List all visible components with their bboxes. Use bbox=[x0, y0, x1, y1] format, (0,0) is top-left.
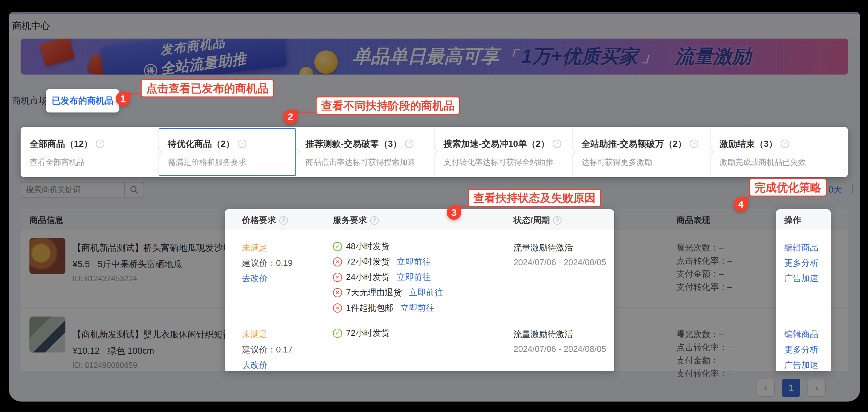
cross-circle-icon: × bbox=[333, 273, 342, 282]
cross-circle-icon: × bbox=[333, 288, 342, 297]
chevron-right-icon bbox=[569, 148, 576, 156]
stage-card-desc: 商品点击率达标可获得搜索加速 bbox=[306, 157, 415, 167]
stage-card-title: 全部商品（12） bbox=[30, 138, 93, 150]
price-status: 未满足 bbox=[242, 242, 268, 253]
tour-step-badge-1: 1 bbox=[116, 92, 130, 106]
tour-step-label-2: 查看不同扶持阶段的商机品 bbox=[316, 96, 460, 115]
suggested-price: 建议价：0.19 bbox=[242, 257, 293, 269]
incentive-status: 流量激励待激活 bbox=[514, 328, 573, 340]
stage-card-ended[interactable]: 激励结束（3）? 激励完成或商机品已失效 bbox=[719, 138, 806, 167]
screenshot-stage: 商机中心 发布商机品 得 全站流量助推 单品单日最高可享 「 1万+优质买家 」… bbox=[0, 0, 868, 412]
service-item: ✓ 72小时发货 bbox=[333, 327, 390, 339]
action-panel: 操作 编辑商品 更多分析 广告加速 编辑商品 更多分析 广告加速 bbox=[776, 209, 831, 371]
tour-step-badge-4: 4 bbox=[734, 197, 748, 212]
help-icon[interactable]: ? bbox=[370, 216, 379, 225]
service-item: ✓ 48小时发货 bbox=[333, 241, 390, 252]
stage-card-to-optimize[interactable]: 待优化商品（2）? 需满足价格和服务要求 bbox=[168, 138, 246, 167]
edit-product-link[interactable]: 编辑商品 bbox=[784, 328, 818, 340]
tour-step-label-3: 查看扶持状态及失败原因 bbox=[468, 189, 601, 207]
check-circle-icon: ✓ bbox=[333, 328, 342, 338]
incentive-status: 流量激励待激活 bbox=[514, 242, 573, 253]
edit-product-link[interactable]: 编辑商品 bbox=[784, 242, 818, 253]
service-item: × 24小时发货 立即前往 bbox=[333, 272, 431, 283]
tour-step-badge-3: 3 bbox=[447, 205, 461, 220]
stage-card-title: 推荐测款-交易破零（3） bbox=[306, 138, 402, 150]
col-header-action: 操作 bbox=[784, 215, 801, 226]
service-item: × 72小时发货 立即前往 bbox=[333, 256, 431, 267]
help-icon[interactable]: ? bbox=[405, 139, 413, 148]
stage-card-search-accel[interactable]: 搜索加速-交易冲10单（2）? 支付转化率达标可获得全站助推 bbox=[443, 138, 561, 167]
help-icon[interactable]: ? bbox=[553, 139, 561, 148]
ad-accelerate-link[interactable]: 广告加速 bbox=[784, 273, 818, 284]
change-price-link[interactable]: 去改价 bbox=[242, 273, 268, 284]
stage-card-title: 搜索加速-交易冲10单（2） bbox=[443, 138, 550, 150]
help-icon[interactable]: ? bbox=[781, 139, 789, 148]
app-window: 商机中心 发布商机品 得 全站流量助推 单品单日最高可享 「 1万+优质买家 」… bbox=[9, 12, 860, 402]
col-header-service-req: 服务要求? bbox=[333, 215, 379, 226]
stage-card-boost[interactable]: 全站助推-交易额破万（2）? 达标可获得更多激励 bbox=[582, 138, 698, 167]
more-analysis-link[interactable]: 更多分析 bbox=[784, 257, 818, 269]
tour-step-badge-2: 2 bbox=[283, 109, 298, 124]
stage-card-title: 全站助推-交易额破万（2） bbox=[582, 138, 686, 150]
service-item: × 1件起批包邮 立即前往 bbox=[333, 302, 434, 314]
stage-card-desc: 查看全部商机品 bbox=[30, 157, 104, 167]
tab-published[interactable]: 已发布的商机品 bbox=[46, 89, 119, 113]
incentive-period: 2024/07/06 - 2024/08/05 bbox=[514, 344, 606, 354]
help-icon[interactable]: ? bbox=[238, 139, 246, 148]
cross-circle-icon: × bbox=[333, 257, 342, 266]
stage-card-desc: 激励完成或商机品已失效 bbox=[719, 157, 806, 167]
stage-card-all[interactable]: 全部商品（12）? 查看全部商机品 bbox=[30, 138, 104, 167]
ad-accelerate-link[interactable]: 广告加速 bbox=[784, 359, 818, 371]
change-price-link[interactable]: 去改价 bbox=[242, 359, 268, 371]
chevron-right-icon bbox=[431, 148, 438, 156]
stage-card-desc: 需满足价格和服务要求 bbox=[168, 157, 246, 167]
go-now-link[interactable]: 立即前往 bbox=[397, 256, 431, 267]
suggested-price: 建议价：0.17 bbox=[242, 344, 293, 355]
incentive-period: 2024/07/06 - 2024/08/05 bbox=[514, 257, 606, 267]
stage-card-desc: 达标可获得更多激励 bbox=[582, 157, 698, 167]
tour-step-label-4: 完成优化策略 bbox=[749, 178, 827, 196]
go-now-link[interactable]: 立即前往 bbox=[400, 302, 434, 314]
help-icon[interactable]: ? bbox=[553, 216, 562, 225]
col-header-status: 状态/周期? bbox=[514, 215, 562, 226]
help-icon[interactable]: ? bbox=[96, 139, 104, 148]
help-icon[interactable]: ? bbox=[690, 139, 698, 148]
check-circle-icon: ✓ bbox=[333, 242, 342, 251]
price-status: 未满足 bbox=[242, 328, 268, 340]
help-icon[interactable]: ? bbox=[279, 216, 288, 225]
service-item: × 7天无理由退货 立即前往 bbox=[333, 287, 443, 298]
more-analysis-link[interactable]: 更多分析 bbox=[784, 344, 818, 355]
go-now-link[interactable]: 立即前往 bbox=[397, 272, 431, 283]
stage-filter-panel: 全部商品（12）? 查看全部商机品 待优化商品（2）? 需满足价格和服务要求 推… bbox=[21, 127, 848, 177]
chevron-right-icon bbox=[707, 148, 714, 156]
go-now-link[interactable]: 立即前往 bbox=[409, 287, 443, 298]
requirements-panel: 价格要求? 服务要求? 状态/周期? 未满足 建议价：0.19 去改价 ✓ 48… bbox=[225, 209, 614, 371]
stage-card-desc: 支付转化率达标可获得全站助推 bbox=[443, 157, 561, 167]
stage-card-test[interactable]: 推荐测款-交易破零（3）? 商品点击率达标可获得搜索加速 bbox=[306, 138, 415, 167]
stage-card-title: 待优化商品（2） bbox=[168, 138, 235, 150]
cross-circle-icon: × bbox=[333, 304, 342, 313]
col-header-price-req: 价格要求? bbox=[242, 215, 288, 226]
stage-card-title: 激励结束（3） bbox=[719, 138, 777, 150]
tour-step-label-1: 点击查看已发布的商机品 bbox=[141, 79, 274, 97]
